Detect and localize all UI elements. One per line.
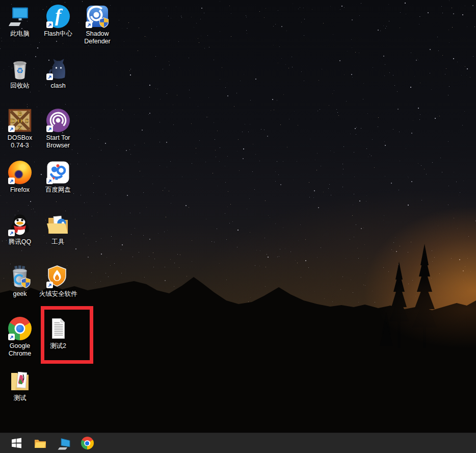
desktop-icon-label: 百度网盘 — [39, 186, 77, 194]
desktop-icon-label: 测试 — [1, 394, 39, 402]
this-pc-icon — [8, 4, 32, 29]
taskbar-pc-button[interactable] — [52, 433, 75, 453]
desktop-icon-huorong[interactable]: 火绒安全软件 — [39, 264, 77, 298]
desktop-icon-label: Firefox — [1, 186, 39, 194]
geek-uninstaller-icon — [8, 264, 32, 289]
desktop-icon-label: 测试2 — [39, 342, 77, 350]
desktop-icon-tor-browser[interactable]: Start Tor Browser — [39, 108, 77, 149]
folder-test-icon — [8, 368, 32, 393]
desktop-icon-clash[interactable]: clash — [39, 56, 77, 90]
shortcut-arrow-icon — [8, 334, 15, 340]
flash-center-icon: f — [46, 4, 70, 29]
file-explorer-icon — [34, 437, 47, 450]
clash-cat-icon — [46, 56, 70, 81]
shortcut-arrow-icon — [46, 73, 53, 80]
text-document-icon — [46, 316, 70, 341]
dosbox-icon: BDO SX — [8, 108, 32, 133]
taskbar-chrome-button[interactable] — [76, 433, 98, 453]
desktop-icon-label: Start Tor Browser — [39, 134, 77, 149]
desktop-icon-label: Flash中心 — [39, 30, 77, 38]
desktop-icon-label: geek — [1, 290, 39, 298]
huorong-shield-icon — [46, 264, 70, 289]
windows-start-icon — [10, 437, 23, 450]
shortcut-arrow-icon — [46, 178, 53, 184]
taskbar-explorer-button[interactable] — [29, 433, 51, 453]
desktop-icon-label: Shadow Defender — [78, 30, 117, 45]
svg-text:O: O — [17, 117, 22, 124]
svg-text:X: X — [17, 124, 22, 132]
desktop-icon-label: clash — [39, 82, 77, 90]
desktop-icon-dosbox[interactable]: BDO SX DOSBox 0.74-3 — [1, 108, 39, 149]
folder-tools-icon — [46, 212, 70, 237]
desktop-icon-grid: 此电脑f Flash中心 Shadow Defender ♻ 回收站 clash… — [0, 0, 476, 453]
recycle-bin-icon: ♻ — [8, 56, 32, 81]
tor-onion-icon — [46, 108, 70, 133]
chrome-icon — [8, 316, 32, 341]
desktop-icon-geek[interactable]: geek — [1, 264, 39, 298]
chrome-icon — [81, 437, 94, 449]
desktop-icon-recycle-bin[interactable]: ♻ 回收站 — [1, 56, 39, 90]
shortcut-arrow-icon — [46, 125, 53, 132]
pc-monitor-icon — [57, 437, 70, 450]
baidu-netdisk-icon — [46, 160, 70, 185]
shortcut-arrow-icon — [8, 125, 15, 132]
desktop-icon-this-pc[interactable]: 此电脑 — [1, 4, 39, 38]
svg-text:D: D — [11, 117, 15, 124]
desktop-icon-flash-center[interactable]: f Flash中心 — [39, 4, 77, 38]
desktop-icon-tencent-qq[interactable]: 腾讯QQ — [1, 212, 39, 246]
firefox-icon — [8, 160, 32, 185]
desktop-icon-test-folder[interactable]: 测试 — [1, 368, 39, 402]
desktop-icon-test2-doc[interactable]: 测试2 — [39, 316, 77, 350]
shadow-defender-icon — [85, 4, 110, 29]
desktop-icon-label: 工具 — [39, 238, 77, 246]
desktop-icon-google-chrome[interactable]: Google Chrome — [1, 316, 39, 358]
windows-desktop: 此电脑f Flash中心 Shadow Defender ♻ 回收站 clash… — [0, 0, 476, 453]
qq-penguin-icon — [8, 212, 32, 237]
shortcut-arrow-icon — [46, 21, 53, 28]
shortcut-arrow-icon — [86, 21, 92, 28]
desktop-icon-baidu-netdisk[interactable]: 百度网盘 — [39, 160, 77, 194]
desktop-icon-firefox[interactable]: Firefox — [1, 160, 39, 194]
shortcut-arrow-icon — [8, 230, 15, 236]
desktop-icon-label: 回收站 — [1, 82, 39, 90]
desktop-icon-label: DOSBox 0.74-3 — [1, 134, 39, 149]
desktop-icon-label: 腾讯QQ — [1, 238, 39, 246]
svg-text:B: B — [18, 110, 22, 117]
desktop-icon-label: 此电脑 — [1, 30, 39, 38]
svg-text:S: S — [25, 117, 29, 124]
start-button[interactable] — [6, 433, 28, 453]
desktop-icon-label: 火绒安全软件 — [35, 290, 82, 298]
shortcut-arrow-icon — [46, 282, 53, 288]
desktop-icon-shadow-defender[interactable]: Shadow Defender — [78, 4, 117, 45]
taskbar — [0, 433, 476, 453]
shortcut-arrow-icon — [8, 178, 15, 184]
svg-text:♻: ♻ — [16, 66, 23, 75]
desktop-icon-label: Google Chrome — [1, 342, 39, 358]
desktop-icon-tools-folder[interactable]: 工具 — [39, 212, 77, 246]
